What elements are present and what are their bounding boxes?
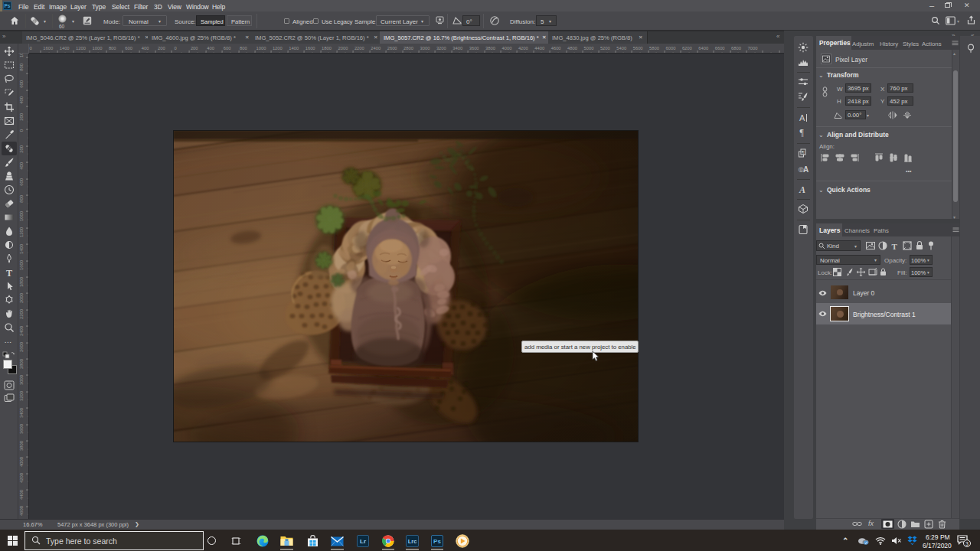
svg-text:A: A — [803, 165, 808, 174]
svg-text:¶: ¶ — [802, 150, 805, 155]
svg-text:T: T — [892, 242, 898, 251]
svg-text:T: T — [6, 268, 12, 279]
svg-text:A: A — [799, 113, 805, 122]
svg-text:¶: ¶ — [800, 128, 805, 137]
svg-text:A: A — [799, 184, 805, 195]
